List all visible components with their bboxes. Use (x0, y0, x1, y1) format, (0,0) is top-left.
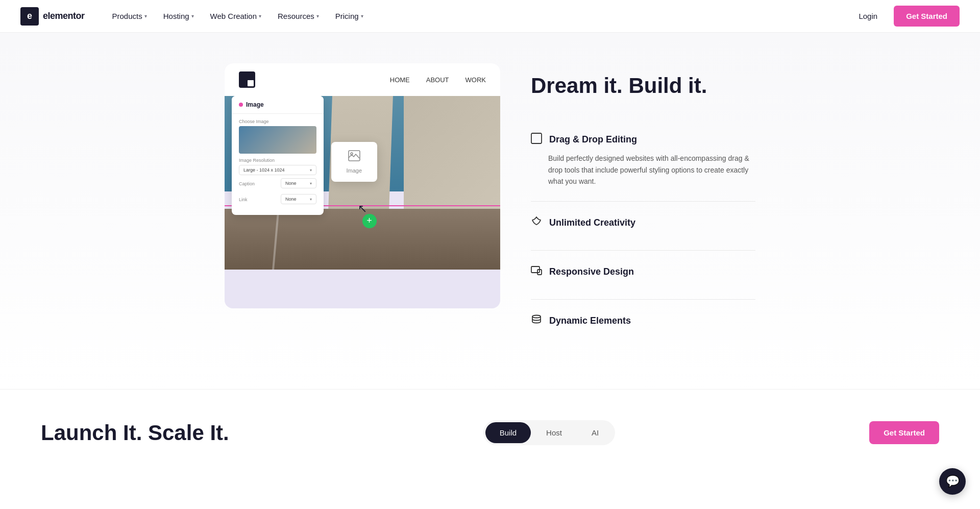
panel-thumbnail (239, 126, 316, 154)
feature-responsive-design: Responsive Design (531, 251, 755, 300)
preview-logo (239, 71, 255, 88)
feature-unlimited-creativity-title: Unlimited Creativity (549, 217, 635, 228)
responsive-icon (531, 265, 542, 279)
link-label: Link (239, 197, 248, 202)
logo-text: elementor (43, 11, 85, 21)
choose-image-label: Choose Image (239, 119, 316, 124)
drag-drop-icon (531, 133, 542, 147)
navbar-nav: Products ▾ Hosting ▾ Web Creation ▾ Reso… (105, 8, 371, 25)
bottom-section: Launch It. Scale It. Build Host AI Get S… (0, 389, 980, 486)
navbar-left: e elementor Products ▾ Hosting ▾ Web Cre… (20, 7, 371, 26)
hero-title: Dream it. Build it. (531, 74, 755, 98)
tabs-group: Build Host AI (483, 420, 615, 445)
dynamic-icon (531, 314, 542, 328)
feature-unlimited-creativity-header: Unlimited Creativity (531, 216, 755, 230)
logo-mark: e (20, 7, 39, 26)
preview-image-area: Image Choose Image Image Resolution Larg… (225, 96, 500, 270)
svg-point-1 (351, 153, 353, 155)
link-field[interactable]: None ▾ (281, 194, 316, 204)
svg-point-5 (532, 316, 541, 318)
preview-nav-links: HOME ABOUT WORK (390, 76, 486, 84)
cursor-icon: ↖ (358, 202, 367, 215)
tab-ai[interactable]: AI (577, 422, 613, 443)
logo[interactable]: e elementor (20, 7, 85, 26)
bottom-title: Launch It. Scale It. (41, 421, 229, 445)
caption-field[interactable]: None ▾ (281, 178, 316, 188)
navbar-right: Login Get Started (850, 6, 960, 27)
floating-widget-label: Image (347, 167, 362, 174)
caption-row: Caption None ▾ (239, 178, 316, 191)
tab-build[interactable]: Build (485, 422, 531, 443)
preview-nav-home: HOME (390, 76, 410, 84)
preview-navbar: HOME ABOUT WORK (225, 63, 500, 96)
preview-nav-about: ABOUT (426, 76, 449, 84)
nav-item-web-creation[interactable]: Web Creation ▾ (203, 8, 268, 25)
navbar: e elementor Products ▾ Hosting ▾ Web Cre… (0, 0, 980, 33)
tab-host[interactable]: Host (532, 422, 576, 443)
get-started-button[interactable]: Get Started (894, 6, 960, 27)
feature-drag-drop: Drag & Drop Editing Build perfectly desi… (531, 118, 755, 202)
bottom-get-started-button[interactable]: Get Started (869, 421, 939, 444)
panel-body: Choose Image Image Resolution Large - 10… (232, 114, 324, 215)
dropdown-arrow-icon: ▾ (310, 197, 312, 202)
main-content: HOME ABOUT WORK (0, 33, 980, 486)
hero-right: Dream it. Build it. Drag & Drop Editing … (531, 63, 755, 348)
chevron-down-icon: ▾ (144, 13, 147, 19)
creativity-icon (531, 216, 542, 230)
chevron-down-icon: ▾ (316, 13, 319, 19)
floating-image-widget: Image (331, 142, 377, 182)
panel-title: Image (246, 101, 264, 108)
chevron-down-icon: ▾ (361, 13, 363, 19)
chevron-down-icon: ▾ (259, 13, 261, 19)
feature-drag-drop-title: Drag & Drop Editing (549, 134, 637, 145)
feature-dynamic-elements: Dynamic Elements (531, 300, 755, 348)
add-element-button[interactable]: + (362, 214, 377, 228)
nav-item-resources[interactable]: Resources ▾ (271, 8, 326, 25)
resolution-label: Image Resolution (239, 158, 316, 163)
caption-label: Caption (239, 181, 255, 186)
feature-drag-drop-desc: Build perfectly designed websites with a… (531, 153, 755, 187)
logo-symbol: e (27, 11, 32, 21)
bottom-tabs-area: Build Host AI (483, 420, 615, 445)
login-button[interactable]: Login (850, 8, 886, 25)
image-panel: Image Choose Image Image Resolution Larg… (232, 96, 324, 215)
editor-preview: HOME ABOUT WORK (225, 63, 500, 308)
hero-section: HOME ABOUT WORK (0, 33, 980, 389)
resolution-field[interactable]: Large - 1024 x 1024 ▾ (239, 165, 316, 175)
feature-unlimited-creativity: Unlimited Creativity (531, 202, 755, 251)
panel-header: Image (232, 96, 324, 114)
panel-dot (239, 103, 243, 107)
feature-dynamic-elements-header: Dynamic Elements (531, 314, 755, 328)
nav-item-products[interactable]: Products ▾ (105, 8, 154, 25)
svg-rect-2 (531, 133, 542, 143)
feature-drag-drop-header: Drag & Drop Editing (531, 133, 755, 147)
nav-item-pricing[interactable]: Pricing ▾ (328, 8, 371, 25)
chat-icon: 💬 (946, 475, 960, 486)
image-widget-icon (348, 150, 360, 164)
nav-item-hosting[interactable]: Hosting ▾ (156, 8, 201, 25)
feature-responsive-design-title: Responsive Design (549, 266, 634, 277)
preview-nav-work: WORK (465, 76, 486, 84)
dropdown-arrow-icon: ▾ (310, 181, 312, 186)
link-row: Link None ▾ (239, 194, 316, 207)
chevron-down-icon: ▾ (191, 13, 194, 19)
dropdown-arrow-icon: ▾ (310, 168, 312, 173)
feature-responsive-design-header: Responsive Design (531, 265, 755, 279)
feature-dynamic-elements-title: Dynamic Elements (549, 316, 631, 326)
